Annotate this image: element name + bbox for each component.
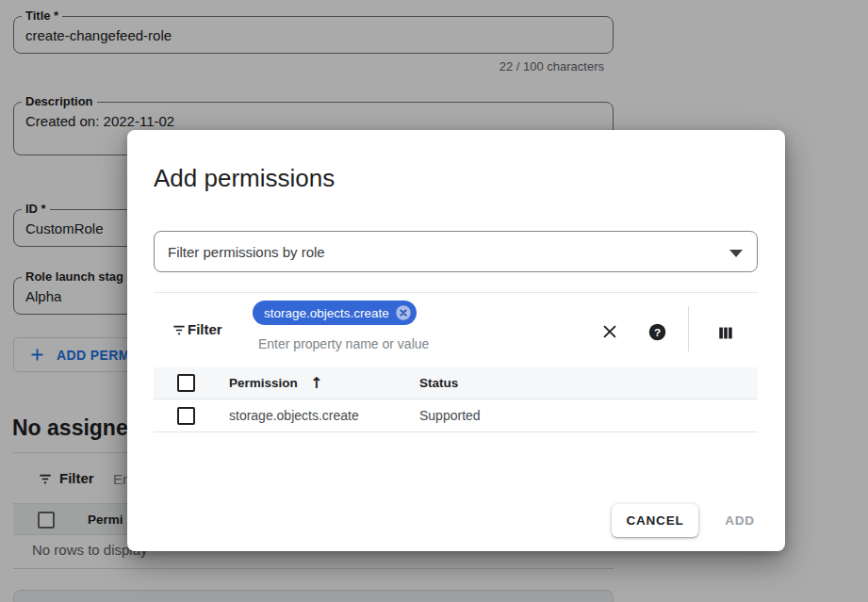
status-column-header[interactable]: Status bbox=[419, 376, 458, 390]
filter-chip[interactable]: storage.objects.create bbox=[253, 301, 417, 325]
chip-remove-icon[interactable] bbox=[395, 304, 412, 321]
create-role-page: Title * create-changefeed-role 22 / 100 … bbox=[0, 0, 868, 602]
table-row[interactable]: storage.objects.create Supported bbox=[154, 399, 758, 432]
row-permission-cell: storage.objects.create bbox=[229, 408, 359, 423]
chevron-down-icon bbox=[729, 250, 743, 257]
sort-ascending-icon[interactable]: ↑ bbox=[310, 374, 322, 392]
add-permissions-dialog: Add permissions Filter permissions by ro… bbox=[127, 130, 785, 551]
dialog-title: Add permissions bbox=[154, 164, 335, 193]
filter-icon bbox=[171, 322, 188, 342]
row-status-cell: Supported bbox=[419, 408, 481, 423]
dialog-filter-input[interactable]: Enter property name or value bbox=[258, 336, 429, 351]
toolbar-divider bbox=[688, 306, 689, 351]
dialog-filter-label: Filter bbox=[188, 321, 222, 337]
dialog-table-header: Permission ↑ Status bbox=[154, 367, 758, 399]
column-display-options-icon[interactable] bbox=[715, 322, 736, 343]
row-checkbox[interactable] bbox=[177, 407, 195, 425]
filter-chip-label: storage.objects.create bbox=[264, 306, 389, 320]
help-icon[interactable]: ? bbox=[647, 321, 667, 342]
select-all-checkbox[interactable] bbox=[177, 374, 195, 392]
cancel-button[interactable]: CANCEL bbox=[612, 504, 698, 537]
permission-column-header[interactable]: Permission bbox=[229, 376, 298, 390]
help-glyph: ? bbox=[653, 325, 660, 338]
clear-filter-icon[interactable] bbox=[599, 321, 620, 342]
filter-section-divider bbox=[154, 292, 758, 293]
add-button[interactable]: ADD bbox=[717, 504, 762, 537]
filter-permissions-by-role-select[interactable]: Filter permissions by role bbox=[154, 231, 758, 272]
role-select-placeholder: Filter permissions by role bbox=[168, 244, 325, 260]
